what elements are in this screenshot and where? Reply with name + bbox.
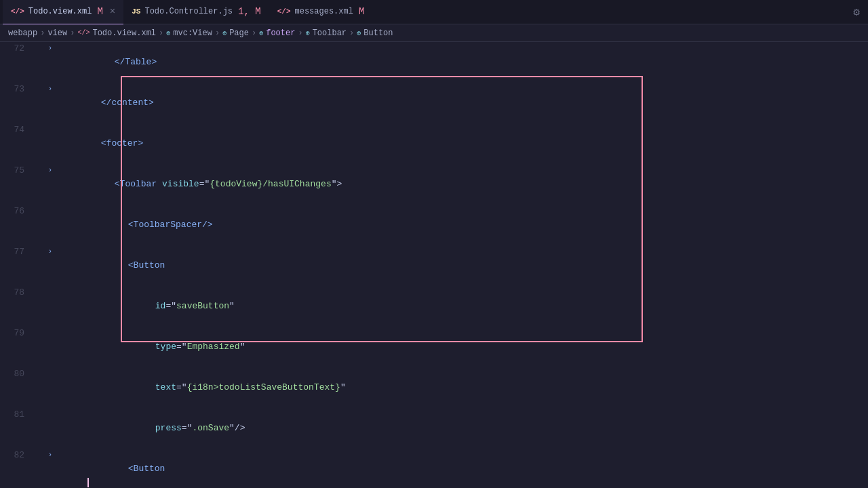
line-77: 77 › <Button (0, 245, 868, 286)
code-81: press=".onSave"/> (56, 408, 868, 449)
code-80: text="{i18n>todoListSaveButtonText}" (56, 367, 868, 408)
line-81: 81 press=".onSave"/> (0, 408, 868, 449)
tab-label-3: messages.xml (295, 7, 353, 16)
breadcrumb-button[interactable]: Button (363, 28, 393, 38)
code-82: <Button (56, 449, 868, 488)
breadcrumb-tag-icon-2: ⊕ (222, 29, 226, 37)
breadcrumb-sep-3: › (159, 28, 163, 38)
code-79: type="Emphasized" (56, 327, 868, 367)
line-num-76: 76 (0, 205, 35, 218)
breadcrumb-tag-icon-1: ⊕ (166, 29, 170, 37)
line-78: 78 id="saveButton" (0, 286, 868, 327)
breadcrumb-xml-icon: </> (77, 29, 90, 37)
line-num-75: 75 (0, 164, 35, 178)
line-num-77: 77 (0, 245, 35, 259)
line-num-73: 73 (0, 83, 35, 96)
breadcrumb-sep-7: › (349, 28, 354, 38)
breadcrumb-toolbar[interactable]: Toolbar (313, 28, 347, 38)
settings-icon[interactable]: ⚙ (853, 5, 860, 19)
line-num-80: 80 (0, 367, 35, 381)
line-79: 79 type="Emphasized" (0, 327, 868, 367)
breadcrumb-webapp[interactable]: webapp (8, 28, 37, 38)
line-num-72: 72 (0, 42, 35, 56)
breadcrumb-sep-4: › (215, 28, 220, 38)
line-82: 82 › <Button (0, 449, 868, 488)
breadcrumb-footer[interactable]: footer (266, 28, 295, 38)
editor: 72 › </Table> 73 › </content> 74 <footer… (0, 42, 868, 488)
code-74: <footer> (56, 123, 868, 164)
code-72: </Table> (56, 42, 868, 83)
line-80: 80 text="{i18n>todoListSaveButtonText}" (0, 367, 868, 408)
code-73: </content> (56, 83, 868, 123)
line-num-81: 81 (0, 408, 35, 422)
tab-close-1[interactable]: × (110, 6, 115, 17)
tab-bar: </> Todo.view.xml M × JS Todo.Controller… (0, 0, 868, 24)
breadcrumb-tag-icon-4: ⊕ (306, 29, 310, 37)
js-icon-2: JS (132, 7, 140, 16)
code-77: <Button (56, 245, 868, 286)
tab-label-1: Todo.view.xml (28, 7, 92, 16)
arrow-72: › (45, 42, 56, 56)
line-num-79: 79 (0, 327, 35, 340)
breadcrumb-sep-1: › (40, 28, 45, 38)
line-76: 76 <ToolbarSpacer/> (0, 205, 868, 245)
tab-todo-controller[interactable]: JS Todo.Controller.js 1, M (123, 0, 269, 24)
xml-icon-3: </> (277, 7, 291, 16)
line-75: 75 › <Toolbar visible="{todoView}/hasUIC… (0, 164, 868, 205)
arrow-75: › (45, 164, 56, 178)
line-72: 72 › </Table> (0, 42, 868, 83)
tab-label-2: Todo.Controller.js (144, 7, 233, 16)
line-num-74: 74 (0, 123, 35, 137)
breadcrumb-sep-6: › (298, 28, 302, 38)
line-74: 74 <footer> (0, 123, 868, 164)
tab-badge-1: M (97, 6, 102, 17)
code-78: id="saveButton" (56, 286, 868, 327)
arrow-73: › (45, 83, 56, 96)
breadcrumb-tag-icon-5: ⊕ (357, 29, 361, 37)
breadcrumb-tag-icon-3: ⊕ (259, 29, 263, 37)
breadcrumb: webapp › view › </> Todo.view.xml › ⊕ mv… (0, 24, 868, 42)
code-75: <Toolbar visible="{todoView}/hasUIChange… (56, 164, 868, 205)
tab-todo-view[interactable]: </> Todo.view.xml M × (3, 0, 123, 24)
tab-badge-3: M (359, 6, 364, 17)
line-73: 73 › </content> (0, 83, 868, 123)
tab-messages[interactable]: </> messages.xml M (269, 0, 373, 24)
arrow-82: › (45, 449, 56, 462)
breadcrumb-page[interactable]: Page (229, 28, 249, 38)
line-num-82: 82 (0, 449, 35, 462)
breadcrumb-sep-5: › (252, 28, 256, 38)
breadcrumb-file[interactable]: Todo.view.xml (92, 28, 156, 38)
code-76: <ToolbarSpacer/> (56, 205, 868, 245)
breadcrumb-mvc-view[interactable]: mvc:View (173, 28, 212, 38)
line-num-78: 78 (0, 286, 35, 300)
breadcrumb-view[interactable]: view (47, 28, 67, 38)
tab-badge-2: 1, M (238, 6, 261, 17)
breadcrumb-sep-2: › (70, 28, 75, 38)
xml-icon-1: </> (11, 7, 24, 16)
editor-toolbar-right: ⚙ (853, 5, 865, 19)
arrow-77: › (45, 245, 56, 259)
